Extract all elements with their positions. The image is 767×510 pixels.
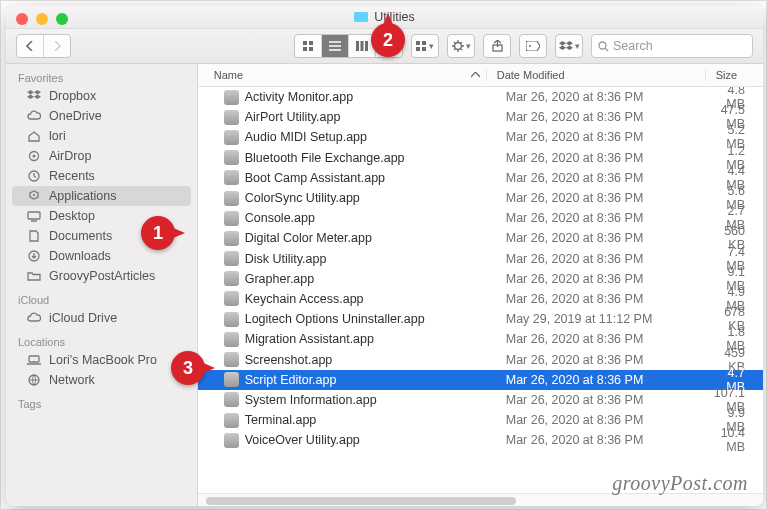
sidebar-item-label: Recents — [49, 169, 95, 183]
downloads-icon — [26, 249, 42, 263]
dropbox-button[interactable]: ▾ — [555, 34, 583, 58]
sidebar-item-airdrop[interactable]: AirDrop — [6, 146, 197, 166]
app-icon — [224, 150, 239, 165]
file-name: Migration Assistant.app — [245, 332, 374, 346]
svg-rect-15 — [422, 41, 426, 45]
file-row[interactable]: Logitech Options Uninstaller.appMay 29, … — [198, 309, 763, 329]
icon-view-button[interactable] — [295, 35, 322, 57]
file-date: Mar 26, 2020 at 8:36 PM — [496, 252, 714, 266]
sidebar-item-documents[interactable]: Documents — [6, 226, 197, 246]
documents-icon — [26, 229, 42, 243]
sidebar-item-dropbox[interactable]: Dropbox — [6, 86, 197, 106]
file-date: May 29, 2019 at 11:12 PM — [496, 312, 714, 326]
file-row[interactable]: Terminal.appMar 26, 2020 at 8:36 PM9.9 M… — [198, 410, 763, 430]
sidebar-item-downloads[interactable]: Downloads — [6, 246, 197, 266]
sidebar-item-onedrive[interactable]: OneDrive — [6, 106, 197, 126]
file-name: ColorSync Utility.app — [245, 191, 360, 205]
svg-rect-30 — [29, 356, 39, 362]
minimize-button[interactable] — [36, 13, 48, 25]
file-row[interactable]: Audio MIDI Setup.appMar 26, 2020 at 8:36… — [198, 127, 763, 147]
tags-button[interactable] — [519, 34, 547, 58]
svg-rect-9 — [365, 41, 368, 51]
app-icon — [224, 231, 239, 246]
nav-back-forward — [16, 34, 71, 58]
search-field[interactable]: Search — [591, 34, 753, 58]
file-date: Mar 26, 2020 at 8:36 PM — [496, 110, 714, 124]
file-row[interactable]: Bluetooth File Exchange.appMar 26, 2020 … — [198, 148, 763, 168]
sidebar-item-network[interactable]: Network — [6, 370, 197, 390]
file-name: Digital Color Meter.app — [245, 231, 372, 245]
svg-point-21 — [599, 42, 606, 49]
file-row[interactable]: Script Editor.appMar 26, 2020 at 8:36 PM… — [198, 370, 763, 390]
sidebar-item-applications[interactable]: Applications — [12, 186, 191, 206]
file-row[interactable]: Disk Utility.appMar 26, 2020 at 8:36 PM7… — [198, 249, 763, 269]
file-row[interactable]: VoiceOver Utility.appMar 26, 2020 at 8:3… — [198, 430, 763, 450]
share-button[interactable] — [483, 34, 511, 58]
column-headers: Name Date Modified Size — [198, 64, 763, 87]
sidebar-item-lori-s-macbook-pro[interactable]: Lori's MacBook Pro — [6, 350, 197, 370]
scrollbar-thumb[interactable] — [206, 497, 516, 505]
file-row[interactable]: AirPort Utility.appMar 26, 2020 at 8:36 … — [198, 107, 763, 127]
gallery-view-button[interactable] — [376, 35, 402, 57]
column-header-size[interactable]: Size — [705, 69, 763, 81]
svg-rect-27 — [28, 212, 40, 219]
sidebar-item-lori[interactable]: lori — [6, 126, 197, 146]
file-row[interactable]: Keychain Access.appMar 26, 2020 at 8:36 … — [198, 289, 763, 309]
column-view-button[interactable] — [349, 35, 376, 57]
file-row[interactable]: Boot Camp Assistant.appMar 26, 2020 at 8… — [198, 168, 763, 188]
column-header-name[interactable]: Name — [198, 69, 486, 81]
svg-rect-3 — [309, 47, 313, 51]
svg-point-18 — [454, 43, 461, 50]
file-row[interactable]: System Information.appMar 26, 2020 at 8:… — [198, 390, 763, 410]
file-row[interactable]: Digital Color Meter.appMar 26, 2020 at 8… — [198, 228, 763, 248]
sidebar-item-label: Network — [49, 373, 95, 387]
sidebar-item-groovypostarticles[interactable]: GroovyPostArticles — [6, 266, 197, 286]
file-size: 10.4 MB — [714, 426, 763, 454]
file-name: VoiceOver Utility.app — [245, 433, 360, 447]
back-button[interactable] — [17, 35, 44, 57]
file-date: Mar 26, 2020 at 8:36 PM — [496, 393, 714, 407]
arrange-button[interactable]: ▾ — [411, 34, 439, 58]
svg-point-20 — [529, 45, 531, 47]
file-date: Mar 26, 2020 at 8:36 PM — [496, 433, 714, 447]
svg-rect-7 — [356, 41, 359, 51]
file-name: Disk Utility.app — [245, 252, 327, 266]
sidebar-item-label: Applications — [49, 189, 116, 203]
forward-button[interactable] — [44, 35, 70, 57]
file-name: Console.app — [245, 211, 315, 225]
sidebar-item-label: Downloads — [49, 249, 111, 263]
file-row[interactable]: ColorSync Utility.appMar 26, 2020 at 8:3… — [198, 188, 763, 208]
column-header-date[interactable]: Date Modified — [486, 69, 705, 81]
svg-rect-10 — [383, 41, 395, 47]
file-row[interactable]: Console.appMar 26, 2020 at 8:36 PM2.7 MB — [198, 208, 763, 228]
file-row[interactable]: Activity Monitor.appMar 26, 2020 at 8:36… — [198, 87, 763, 107]
file-list[interactable]: Activity Monitor.appMar 26, 2020 at 8:36… — [198, 87, 763, 493]
clock-icon — [26, 169, 42, 183]
svg-rect-11 — [383, 49, 386, 51]
sidebar-item-desktop[interactable]: Desktop — [6, 206, 197, 226]
svg-rect-2 — [303, 47, 307, 51]
svg-rect-0 — [303, 41, 307, 45]
file-name: Activity Monitor.app — [245, 90, 353, 104]
file-date: Mar 26, 2020 at 8:36 PM — [496, 171, 714, 185]
svg-point-24 — [33, 155, 36, 158]
zoom-button[interactable] — [56, 13, 68, 25]
app-icon — [224, 211, 239, 226]
file-date: Mar 26, 2020 at 8:36 PM — [496, 272, 714, 286]
file-row[interactable]: Screenshot.appMar 26, 2020 at 8:36 PM459… — [198, 349, 763, 369]
toolbar: ▾ ▾ ▾ Search — [6, 29, 763, 64]
app-icon — [224, 372, 239, 387]
sidebar-item-label: Dropbox — [49, 89, 96, 103]
app-icon — [224, 130, 239, 145]
file-name: Audio MIDI Setup.app — [245, 130, 367, 144]
file-row[interactable]: Grapher.appMar 26, 2020 at 8:36 PM9.1 MB — [198, 269, 763, 289]
file-row[interactable]: Migration Assistant.appMar 26, 2020 at 8… — [198, 329, 763, 349]
sidebar-item-recents[interactable]: Recents — [6, 166, 197, 186]
sidebar-item-label: Desktop — [49, 209, 95, 223]
close-button[interactable] — [16, 13, 28, 25]
svg-rect-17 — [422, 47, 426, 51]
list-view-button[interactable] — [322, 35, 349, 57]
action-button[interactable]: ▾ — [447, 34, 475, 58]
sidebar-item-icloud-drive[interactable]: iCloud Drive — [6, 308, 197, 328]
sidebar-item-label: OneDrive — [49, 109, 102, 123]
